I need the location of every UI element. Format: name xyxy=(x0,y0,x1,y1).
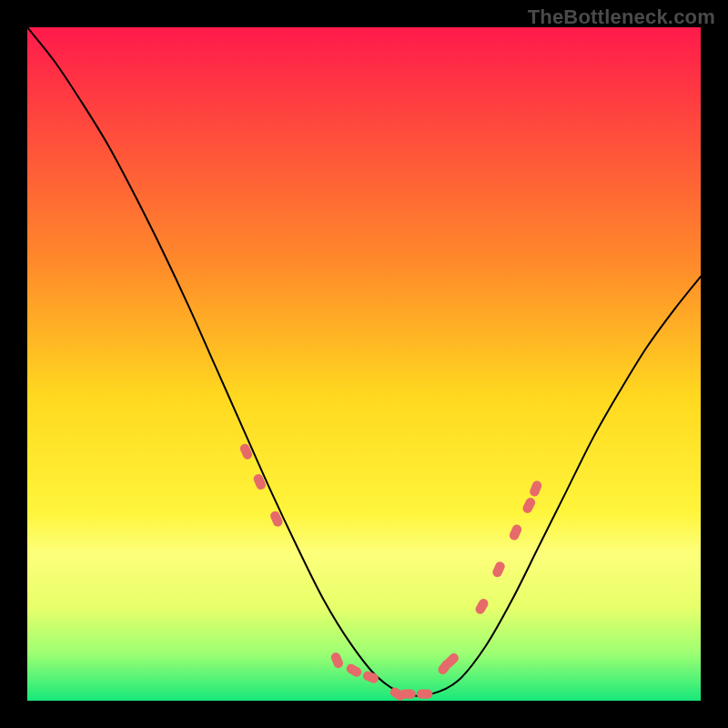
marker-dot xyxy=(399,689,416,698)
marker-dot xyxy=(417,689,433,698)
watermark-text: TheBottleneck.com xyxy=(528,5,715,29)
chart-frame: TheBottleneck.com xyxy=(0,0,728,728)
gradient-background xyxy=(27,27,701,701)
chart-svg xyxy=(27,27,701,701)
plot-area xyxy=(27,27,701,701)
